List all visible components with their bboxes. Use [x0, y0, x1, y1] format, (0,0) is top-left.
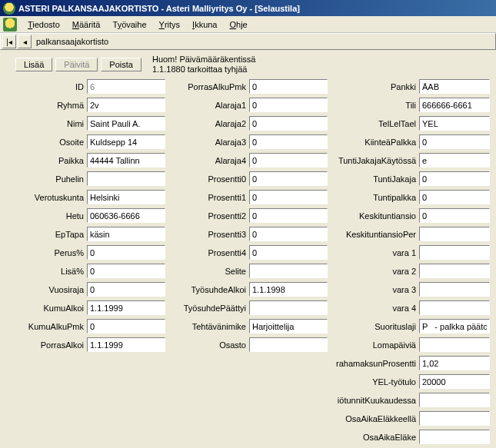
input-lomap-ivi[interactable] — [419, 337, 490, 352]
input-eptapa[interactable] — [87, 227, 165, 241]
input-alaraja2[interactable] — [249, 116, 328, 131]
input-yel-ty-tulo[interactable] — [419, 374, 490, 389]
label-vara-2: vara 2 — [331, 267, 419, 276]
window-title: ASTERI PALKANSAAJAKORTISTO - Asteri Mall… — [18, 4, 300, 13]
input-i-tunnitkuukaudessa[interactable] — [419, 393, 490, 407]
window-titlebar: ASTERI PALKANSAAJAKORTISTO - Asteri Mall… — [0, 0, 496, 16]
field-row-yel-ty-tulo: YEL-työtulo — [331, 373, 490, 390]
menu-tiedosto[interactable]: Tiedosto — [22, 18, 66, 31]
field-row-telleltael: TelLelTael — [331, 115, 490, 131]
input-prosentti1[interactable] — [249, 190, 328, 204]
field-row-keskituntiansioper: KeskituntiansioPer — [331, 226, 490, 242]
input-alaraja4[interactable] — [249, 153, 328, 168]
form-area: Lisää Päivitä Poista Huom! Päivämääräken… — [0, 50, 496, 448]
input-osaaikael-kkeell[interactable] — [419, 411, 490, 426]
field-row-vara-2: vara 2 — [331, 263, 490, 279]
input-vara-3[interactable] — [419, 282, 490, 297]
label-osaaikael-ke: OsaAikaEläke — [331, 433, 419, 442]
input-telleltael[interactable] — [419, 116, 490, 131]
input-ty-suhdealkoi[interactable] — [249, 282, 328, 297]
input-rahamaksunprosentti[interactable] — [419, 356, 490, 370]
field-row-osaaikael-ke: OsaAikaEläke — [331, 429, 490, 445]
input-alaraja3[interactable] — [249, 134, 328, 149]
input-vuosiraja[interactable] — [87, 282, 165, 297]
nav-prev-button[interactable]: ◂ — [18, 35, 32, 48]
input-alaraja1[interactable] — [249, 98, 328, 112]
input-puhelin[interactable] — [87, 171, 165, 186]
label-alaraja3: Alaraja3 — [168, 138, 249, 147]
label-lomap-ivi: Lomapäiviä — [331, 340, 419, 350]
input-tili[interactable] — [419, 98, 490, 112]
input-kumualkoi[interactable] — [87, 300, 165, 315]
field-row-id: ID — [6, 78, 165, 95]
input-ty-suhdep-ttyi[interactable] — [249, 300, 328, 315]
input-keskituntiansio[interactable] — [419, 208, 490, 223]
field-row-ryhm: Ryhmä — [6, 97, 165, 113]
label-alaraja1: Alaraja1 — [168, 101, 249, 110]
input-prosentti0[interactable] — [249, 171, 328, 186]
add-button[interactable]: Lisää — [15, 58, 52, 71]
input-pankki[interactable] — [419, 79, 490, 94]
menu-yritys[interactable]: Yritys — [153, 18, 187, 31]
input-lis[interactable] — [87, 264, 165, 278]
input-prosentti2[interactable] — [249, 208, 328, 223]
input-keskituntiansioper[interactable] — [419, 227, 490, 241]
input-osoite[interactable] — [87, 134, 165, 149]
input-paikka[interactable] — [87, 153, 165, 168]
input-vara-1[interactable] — [419, 245, 490, 260]
input-tuntijakajak-yt-ss[interactable] — [419, 153, 490, 168]
input-hetu[interactable] — [87, 208, 165, 223]
field-row-vuosiraja: Vuosiraja — [6, 281, 165, 297]
input-kumualkupmk[interactable] — [87, 319, 165, 334]
input-ryhm[interactable] — [87, 98, 165, 112]
input-prosentti4[interactable] — [249, 245, 328, 260]
input-id[interactable] — [87, 79, 165, 94]
input-vara-4[interactable] — [419, 300, 490, 315]
menu-maarita[interactable]: Määritä — [66, 18, 107, 31]
input-suorituslaji[interactable] — [419, 319, 490, 334]
field-row-tuntijakajak-yt-ss: TuntiJakajaKäytössä — [331, 152, 490, 168]
input-nimi[interactable] — [87, 116, 165, 131]
field-row-tili: Tili — [331, 97, 490, 113]
menu-ikkuna[interactable]: Ikkuna — [186, 18, 223, 31]
label-keskituntiansio: Keskituntiansio — [331, 211, 419, 221]
field-row-selite: Selite — [168, 263, 328, 279]
input-perus[interactable] — [87, 245, 165, 260]
field-row-puhelin: Puhelin — [6, 171, 165, 187]
input-verotuskunta[interactable] — [87, 190, 165, 204]
input-porrasalkupmk[interactable] — [249, 79, 328, 94]
child-window-icon[interactable] — [3, 18, 17, 32]
input-tuntipalkka[interactable] — [419, 190, 490, 204]
menu-tyovaihe[interactable]: Työvaihe — [107, 18, 153, 31]
input-osaaikael-ke[interactable] — [419, 430, 490, 444]
field-row-paikka: Paikka — [6, 152, 165, 168]
label-ty-suhdealkoi: TyösuhdeAlkoi — [168, 285, 249, 294]
field-row-kiinte-palkka: KiinteäPalkka — [331, 134, 490, 150]
delete-button[interactable]: Poista — [101, 58, 141, 71]
nav-first-button[interactable]: |◂ — [2, 35, 16, 48]
label-puhelin: Puhelin — [6, 174, 87, 184]
field-row-keskituntiansio: Keskituntiansio — [331, 207, 490, 224]
menu-ohje[interactable]: Ohje — [223, 18, 253, 31]
input-teht-v-nimike[interactable] — [249, 319, 328, 334]
label-vara-3: vara 3 — [331, 285, 419, 294]
label-yel-ty-tulo: YEL-työtulo — [331, 377, 419, 387]
label-eptapa: EpTapa — [6, 230, 87, 239]
input-kiinte-palkka[interactable] — [419, 134, 490, 149]
input-tuntijakaja[interactable] — [419, 171, 490, 186]
field-row-teht-v-nimike: Tehtävänimike — [168, 318, 328, 334]
label-i-tunnitkuukaudessa: iötunnitKuukaudessa — [331, 396, 419, 405]
field-row-alaraja3: Alaraja3 — [168, 134, 328, 150]
label-alaraja2: Alaraja2 — [168, 119, 249, 128]
input-porrasalkoi[interactable] — [87, 337, 165, 352]
input-osasto[interactable] — [249, 337, 328, 352]
field-row-prosentti3: Prosentti3 — [168, 226, 328, 242]
update-button: Päivitä — [55, 58, 98, 71]
input-selite[interactable] — [249, 264, 328, 278]
label-kumualkupmk: KumuAlkuPmk — [6, 322, 87, 331]
input-vara-2[interactable] — [419, 264, 490, 278]
input-prosentti3[interactable] — [249, 227, 328, 241]
label-ryhm: Ryhmä — [6, 101, 87, 110]
field-row-suorituslaji: Suorituslaji — [331, 318, 490, 334]
label-nimi: Nimi — [6, 119, 87, 128]
